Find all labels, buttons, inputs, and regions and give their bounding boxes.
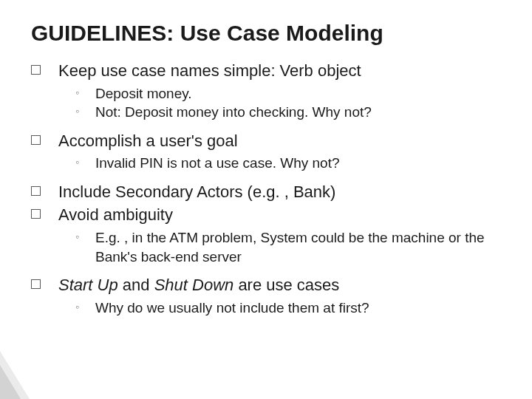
italic-startup: Start Up xyxy=(58,276,118,294)
corner-decoration-inner xyxy=(0,365,21,399)
checkbox-icon xyxy=(31,65,41,75)
bullet-5-text: Start Up and Shut Down are use cases xyxy=(58,275,339,296)
italic-shutdown: Shut Down xyxy=(154,276,234,294)
sub-bullet-text: Not: Deposit money into checking. Why no… xyxy=(95,103,372,122)
checkbox-icon xyxy=(31,186,41,196)
sub-bullet-text: Why do we usually not include them at fi… xyxy=(95,299,369,318)
chevron-icon: ◦ xyxy=(75,104,79,119)
bullet-4-text: Avoid ambiguity xyxy=(58,205,173,225)
sub-bullet-text: Invalid PIN is not a use case. Why not? xyxy=(95,154,340,173)
checkbox-icon xyxy=(31,135,41,145)
text-usecases: are use cases xyxy=(233,276,339,294)
bullet-2: Accomplish a user's goal xyxy=(31,131,504,151)
bullet-1: Keep use case names simple: Verb object xyxy=(31,61,504,81)
chevron-icon: ◦ xyxy=(75,230,79,245)
checkbox-icon xyxy=(31,279,41,289)
slide-title: GUIDELINES: Use Case Modeling xyxy=(31,21,504,46)
sub-bullet: ◦ Not: Deposit money into checking. Why … xyxy=(75,103,504,122)
sub-bullet-text: Deposit money. xyxy=(95,84,192,103)
chevron-icon: ◦ xyxy=(75,155,79,170)
bullet-3: Include Secondary Actors (e.g. , Bank) xyxy=(31,182,504,202)
bullet-3-text: Include Secondary Actors (e.g. , Bank) xyxy=(58,182,335,202)
bullet-1-text: Keep use case names simple: Verb object xyxy=(58,61,361,81)
bullet-5: Start Up and Shut Down are use cases xyxy=(31,275,504,296)
sub-bullet: ◦ Deposit money. xyxy=(75,84,504,103)
checkbox-icon xyxy=(31,209,41,219)
chevron-icon: ◦ xyxy=(75,86,79,100)
chevron-icon: ◦ xyxy=(75,300,79,315)
sub-bullet: ◦ E.g. , in the ATM problem, System coul… xyxy=(75,228,504,266)
text-and: and xyxy=(118,276,154,294)
bullet-2-text: Accomplish a user's goal xyxy=(58,131,238,151)
sub-bullet: ◦ Invalid PIN is not a use case. Why not… xyxy=(75,154,504,173)
bullet-4: Avoid ambiguity xyxy=(31,205,504,225)
sub-bullet: ◦ Why do we usually not include them at … xyxy=(75,299,504,318)
sub-bullet-text: E.g. , in the ATM problem, System could … xyxy=(95,228,504,266)
